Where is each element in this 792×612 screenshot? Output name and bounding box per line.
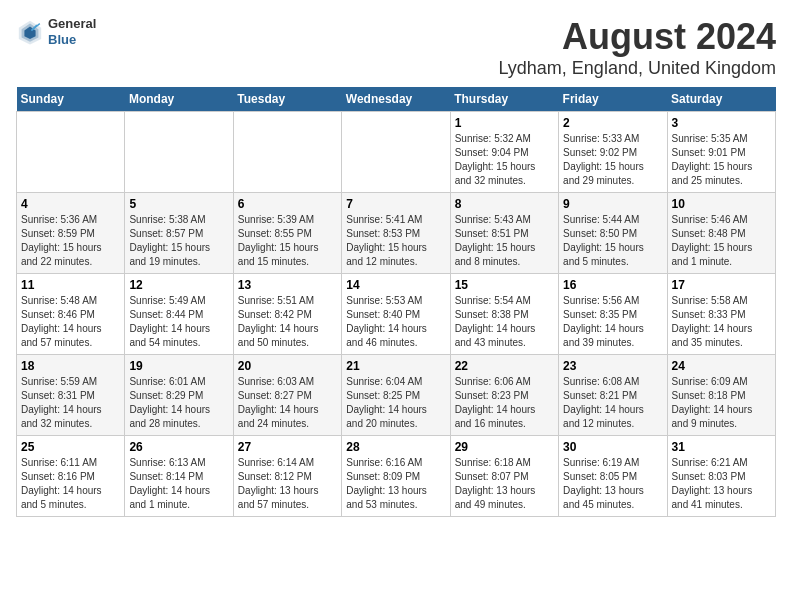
calendar-week-row: 1Sunrise: 5:32 AM Sunset: 9:04 PM Daylig… xyxy=(17,112,776,193)
day-info: Sunrise: 5:49 AM Sunset: 8:44 PM Dayligh… xyxy=(129,294,228,350)
day-info: Sunrise: 6:13 AM Sunset: 8:14 PM Dayligh… xyxy=(129,456,228,512)
title-section: August 2024 Lydham, England, United King… xyxy=(498,16,776,79)
day-number: 26 xyxy=(129,440,228,454)
day-number: 31 xyxy=(672,440,771,454)
day-number: 15 xyxy=(455,278,554,292)
calendar-week-row: 4Sunrise: 5:36 AM Sunset: 8:59 PM Daylig… xyxy=(17,193,776,274)
calendar-cell: 10Sunrise: 5:46 AM Sunset: 8:48 PM Dayli… xyxy=(667,193,775,274)
day-number: 7 xyxy=(346,197,445,211)
day-info: Sunrise: 6:03 AM Sunset: 8:27 PM Dayligh… xyxy=(238,375,337,431)
day-info: Sunrise: 5:51 AM Sunset: 8:42 PM Dayligh… xyxy=(238,294,337,350)
day-info: Sunrise: 6:01 AM Sunset: 8:29 PM Dayligh… xyxy=(129,375,228,431)
calendar-cell: 13Sunrise: 5:51 AM Sunset: 8:42 PM Dayli… xyxy=(233,274,341,355)
day-info: Sunrise: 6:11 AM Sunset: 8:16 PM Dayligh… xyxy=(21,456,120,512)
day-info: Sunrise: 5:39 AM Sunset: 8:55 PM Dayligh… xyxy=(238,213,337,269)
day-of-week-header: Tuesday xyxy=(233,87,341,112)
calendar-cell: 25Sunrise: 6:11 AM Sunset: 8:16 PM Dayli… xyxy=(17,436,125,517)
day-number: 14 xyxy=(346,278,445,292)
calendar-cell xyxy=(17,112,125,193)
day-number: 29 xyxy=(455,440,554,454)
day-info: Sunrise: 5:32 AM Sunset: 9:04 PM Dayligh… xyxy=(455,132,554,188)
logo-text: General Blue xyxy=(48,16,96,47)
calendar-cell: 5Sunrise: 5:38 AM Sunset: 8:57 PM Daylig… xyxy=(125,193,233,274)
day-number: 27 xyxy=(238,440,337,454)
day-info: Sunrise: 6:16 AM Sunset: 8:09 PM Dayligh… xyxy=(346,456,445,512)
calendar-cell: 14Sunrise: 5:53 AM Sunset: 8:40 PM Dayli… xyxy=(342,274,450,355)
calendar-cell: 21Sunrise: 6:04 AM Sunset: 8:25 PM Dayli… xyxy=(342,355,450,436)
day-info: Sunrise: 5:54 AM Sunset: 8:38 PM Dayligh… xyxy=(455,294,554,350)
day-number: 16 xyxy=(563,278,662,292)
day-number: 8 xyxy=(455,197,554,211)
page-subtitle: Lydham, England, United Kingdom xyxy=(498,58,776,79)
calendar-cell: 6Sunrise: 5:39 AM Sunset: 8:55 PM Daylig… xyxy=(233,193,341,274)
calendar-cell: 19Sunrise: 6:01 AM Sunset: 8:29 PM Dayli… xyxy=(125,355,233,436)
calendar-cell: 12Sunrise: 5:49 AM Sunset: 8:44 PM Dayli… xyxy=(125,274,233,355)
day-info: Sunrise: 6:06 AM Sunset: 8:23 PM Dayligh… xyxy=(455,375,554,431)
calendar-cell: 8Sunrise: 5:43 AM Sunset: 8:51 PM Daylig… xyxy=(450,193,558,274)
day-number: 4 xyxy=(21,197,120,211)
day-of-week-header: Thursday xyxy=(450,87,558,112)
day-of-week-header: Wednesday xyxy=(342,87,450,112)
day-number: 28 xyxy=(346,440,445,454)
day-number: 10 xyxy=(672,197,771,211)
day-info: Sunrise: 5:56 AM Sunset: 8:35 PM Dayligh… xyxy=(563,294,662,350)
calendar-week-row: 25Sunrise: 6:11 AM Sunset: 8:16 PM Dayli… xyxy=(17,436,776,517)
calendar-cell: 24Sunrise: 6:09 AM Sunset: 8:18 PM Dayli… xyxy=(667,355,775,436)
day-info: Sunrise: 6:04 AM Sunset: 8:25 PM Dayligh… xyxy=(346,375,445,431)
page-header: General Blue August 2024 Lydham, England… xyxy=(16,16,776,79)
day-number: 18 xyxy=(21,359,120,373)
day-number: 12 xyxy=(129,278,228,292)
logo: General Blue xyxy=(16,16,96,47)
day-info: Sunrise: 6:18 AM Sunset: 8:07 PM Dayligh… xyxy=(455,456,554,512)
calendar-cell: 26Sunrise: 6:13 AM Sunset: 8:14 PM Dayli… xyxy=(125,436,233,517)
day-info: Sunrise: 5:36 AM Sunset: 8:59 PM Dayligh… xyxy=(21,213,120,269)
calendar-cell: 30Sunrise: 6:19 AM Sunset: 8:05 PM Dayli… xyxy=(559,436,667,517)
calendar-cell: 17Sunrise: 5:58 AM Sunset: 8:33 PM Dayli… xyxy=(667,274,775,355)
day-number: 19 xyxy=(129,359,228,373)
logo-icon xyxy=(16,18,44,46)
day-info: Sunrise: 5:58 AM Sunset: 8:33 PM Dayligh… xyxy=(672,294,771,350)
day-number: 23 xyxy=(563,359,662,373)
day-number: 20 xyxy=(238,359,337,373)
day-info: Sunrise: 6:14 AM Sunset: 8:12 PM Dayligh… xyxy=(238,456,337,512)
calendar-cell: 7Sunrise: 5:41 AM Sunset: 8:53 PM Daylig… xyxy=(342,193,450,274)
day-info: Sunrise: 5:48 AM Sunset: 8:46 PM Dayligh… xyxy=(21,294,120,350)
day-info: Sunrise: 5:35 AM Sunset: 9:01 PM Dayligh… xyxy=(672,132,771,188)
day-number: 6 xyxy=(238,197,337,211)
day-info: Sunrise: 5:41 AM Sunset: 8:53 PM Dayligh… xyxy=(346,213,445,269)
calendar-cell xyxy=(233,112,341,193)
day-number: 1 xyxy=(455,116,554,130)
calendar-cell: 9Sunrise: 5:44 AM Sunset: 8:50 PM Daylig… xyxy=(559,193,667,274)
day-number: 13 xyxy=(238,278,337,292)
day-info: Sunrise: 5:43 AM Sunset: 8:51 PM Dayligh… xyxy=(455,213,554,269)
calendar-cell: 18Sunrise: 5:59 AM Sunset: 8:31 PM Dayli… xyxy=(17,355,125,436)
day-info: Sunrise: 5:59 AM Sunset: 8:31 PM Dayligh… xyxy=(21,375,120,431)
calendar-cell: 2Sunrise: 5:33 AM Sunset: 9:02 PM Daylig… xyxy=(559,112,667,193)
day-of-week-header: Monday xyxy=(125,87,233,112)
day-number: 3 xyxy=(672,116,771,130)
calendar-cell: 16Sunrise: 5:56 AM Sunset: 8:35 PM Dayli… xyxy=(559,274,667,355)
day-info: Sunrise: 6:09 AM Sunset: 8:18 PM Dayligh… xyxy=(672,375,771,431)
day-info: Sunrise: 5:44 AM Sunset: 8:50 PM Dayligh… xyxy=(563,213,662,269)
day-number: 11 xyxy=(21,278,120,292)
day-number: 24 xyxy=(672,359,771,373)
calendar-cell: 3Sunrise: 5:35 AM Sunset: 9:01 PM Daylig… xyxy=(667,112,775,193)
day-info: Sunrise: 6:19 AM Sunset: 8:05 PM Dayligh… xyxy=(563,456,662,512)
calendar-header-row: SundayMondayTuesdayWednesdayThursdayFrid… xyxy=(17,87,776,112)
calendar-cell: 31Sunrise: 6:21 AM Sunset: 8:03 PM Dayli… xyxy=(667,436,775,517)
calendar-cell: 27Sunrise: 6:14 AM Sunset: 8:12 PM Dayli… xyxy=(233,436,341,517)
calendar-cell: 28Sunrise: 6:16 AM Sunset: 8:09 PM Dayli… xyxy=(342,436,450,517)
calendar-cell: 29Sunrise: 6:18 AM Sunset: 8:07 PM Dayli… xyxy=(450,436,558,517)
day-of-week-header: Sunday xyxy=(17,87,125,112)
calendar-week-row: 11Sunrise: 5:48 AM Sunset: 8:46 PM Dayli… xyxy=(17,274,776,355)
day-info: Sunrise: 5:46 AM Sunset: 8:48 PM Dayligh… xyxy=(672,213,771,269)
day-number: 30 xyxy=(563,440,662,454)
day-number: 25 xyxy=(21,440,120,454)
day-number: 22 xyxy=(455,359,554,373)
day-number: 5 xyxy=(129,197,228,211)
day-info: Sunrise: 5:38 AM Sunset: 8:57 PM Dayligh… xyxy=(129,213,228,269)
calendar-cell: 20Sunrise: 6:03 AM Sunset: 8:27 PM Dayli… xyxy=(233,355,341,436)
calendar-cell: 23Sunrise: 6:08 AM Sunset: 8:21 PM Dayli… xyxy=(559,355,667,436)
day-number: 17 xyxy=(672,278,771,292)
calendar-cell: 1Sunrise: 5:32 AM Sunset: 9:04 PM Daylig… xyxy=(450,112,558,193)
